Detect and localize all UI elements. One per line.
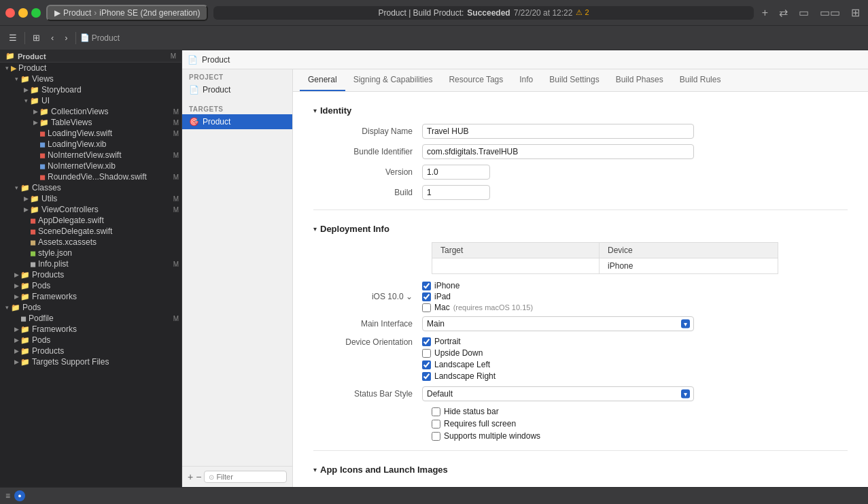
minimize-button[interactable] [18, 8, 28, 18]
project-item-product[interactable]: 📄 Product [182, 82, 292, 97]
build-input[interactable] [422, 185, 490, 200]
deployment-section-header[interactable]: ▾ Deployment Info [313, 224, 848, 234]
identity-section-header[interactable]: ▾ Identity [313, 105, 848, 116]
tree-item-pods-frameworks[interactable]: ▶ 📁 Frameworks [0, 324, 181, 335]
version-input[interactable] [422, 165, 490, 180]
tree-item-nointernetview-swift[interactable]: ◼ NoInternetView.swift M [0, 150, 181, 161]
iphone-check-row: iPhone [422, 281, 533, 290]
layout-2-button[interactable]: ▭▭ [817, 5, 843, 20]
portrait-checkbox[interactable] [422, 337, 431, 346]
maximize-button[interactable] [31, 8, 41, 18]
tree-item-info-plist[interactable]: ◼ Info.plist M [0, 258, 181, 269]
status-bar-select[interactable]: Default [422, 386, 694, 401]
filter-input[interactable] [216, 473, 282, 481]
folder-icon: 📁 [20, 282, 30, 290]
tree-item-product-root[interactable]: ▾ ▶ Product [0, 63, 181, 73]
grid-view-button[interactable]: ⊞ [29, 31, 44, 44]
layout-1-button[interactable]: ▭ [796, 5, 812, 20]
tab-signing[interactable]: Signing & Capabilities [345, 69, 441, 91]
supports-multiple-windows-checkbox[interactable] [432, 432, 440, 441]
tree-label: Frameworks [32, 324, 181, 334]
hide-status-bar-row: Hide status bar [432, 407, 848, 416]
app-icons-section-header[interactable]: ▾ App Icons and Launch Images [313, 465, 848, 475]
tree-item-pods-pods[interactable]: ▶ 📁 Pods [0, 335, 181, 346]
tree-item-roundedview-swift[interactable]: ◼ RoundedVie...Shadow.swift M [0, 171, 181, 182]
tab-general[interactable]: General [300, 69, 345, 91]
tree-item-style-json[interactable]: ◼ style.json [0, 248, 181, 258]
tree-item-storyboard[interactable]: ▶ 📁 Storyboard [0, 84, 181, 95]
tree-item-pods-group[interactable]: ▾ 📁 Pods [0, 302, 181, 313]
tree-item-classes[interactable]: ▾ 📁 Classes [0, 182, 181, 193]
close-button[interactable] [5, 8, 15, 18]
scheme-selector[interactable]: ▶ Product › iPhone SE (2nd generation) [46, 5, 208, 21]
main-interface-select[interactable]: Main [422, 316, 694, 331]
ipad-checkbox[interactable] [422, 292, 431, 301]
add-target-button[interactable]: + [188, 471, 193, 482]
layout-3-button[interactable]: ⊞ [848, 5, 863, 20]
landscape-left-checkbox[interactable] [422, 360, 431, 369]
tree-item-products[interactable]: ▶ 📁 Products [0, 269, 181, 280]
back-button[interactable]: ‹ [48, 31, 57, 44]
tree-item-utils[interactable]: ▶ 📁 Utils M [0, 193, 181, 204]
tree-item-views[interactable]: ▾ 📁 Views [0, 73, 181, 84]
display-name-row: Display Name [313, 124, 848, 139]
section-arrow-icon: ▾ [313, 466, 317, 473]
tree-item-nointernetview-xib[interactable]: ◼ NoInternetView.xib [0, 161, 181, 171]
mac-checkbox[interactable] [422, 303, 431, 312]
warning-badge[interactable]: ⚠ 2 [576, 8, 589, 17]
status-bar-style-label: Status Bar Style [313, 389, 422, 399]
forward-button[interactable]: › [61, 31, 71, 44]
target-item-product[interactable]: 🎯 Product [182, 114, 292, 129]
device-orientation-label: Device Orientation [313, 337, 422, 347]
toggle-sidebar-button[interactable]: ☰ [5, 31, 20, 44]
tree-label: Product [18, 63, 181, 73]
back-forward-button[interactable]: ⇄ [776, 5, 791, 20]
tree-item-pods[interactable]: ▶ 📁 Pods [0, 280, 181, 291]
tree-item-viewcontrollers[interactable]: ▶ 📁 ViewControllers M [0, 204, 181, 215]
tree-item-loadingview-swift[interactable]: ◼ LoadingView.swift M [0, 128, 181, 139]
bottom-toggle-button[interactable]: ≡ [5, 491, 10, 501]
swift-icon: ◼ [39, 129, 46, 138]
filter-box[interactable]: ⊙ [204, 471, 287, 483]
supports-multiple-windows-row: Supports multiple windows [432, 431, 848, 441]
remove-target-button[interactable]: − [196, 471, 201, 482]
tab-bar: General Signing & Capabilities Resource … [293, 69, 868, 92]
tree-label: CollectionViews [51, 107, 173, 116]
settings-panel: General Signing & Capabilities Resource … [293, 69, 868, 487]
tree-item-ui[interactable]: ▾ 📁 UI [0, 95, 181, 106]
tree-item-loadingview-xib[interactable]: ◼ LoadingView.xib [0, 139, 181, 150]
tree-item-podfile[interactable]: ◼ Podfile M [0, 313, 181, 324]
tree-item-pods-products[interactable]: ▶ 📁 Products [0, 346, 181, 356]
tab-build-phases[interactable]: Build Phases [608, 69, 672, 91]
tree-item-targets-support[interactable]: ▶ 📁 Targets Support Files [0, 356, 181, 367]
tree-label: AppDelegate.swift [38, 216, 181, 225]
display-name-input[interactable] [422, 124, 694, 139]
target-col-header: Target [432, 243, 600, 258]
bundle-id-input[interactable] [422, 144, 694, 159]
tab-build-settings[interactable]: Build Settings [541, 69, 607, 91]
tree-item-assets[interactable]: ◼ Assets.xcassets [0, 237, 181, 248]
device-name: iPhone SE (2nd generation) [99, 8, 200, 18]
landscape-right-checkbox[interactable] [422, 372, 431, 381]
upside-down-checkbox[interactable] [422, 349, 431, 358]
folder-icon: 📁 [11, 303, 20, 312]
ipad-check-row: iPad [422, 292, 533, 301]
tree-item-collectionviews[interactable]: ▶ 📁 CollectionViews M [0, 106, 181, 117]
arrow-icon: ▶ [12, 271, 20, 278]
hide-status-bar-checkbox[interactable] [432, 407, 440, 416]
tree-item-tableviews[interactable]: ▶ 📁 TableViews M [0, 117, 181, 128]
tab-info[interactable]: Info [511, 69, 541, 91]
build-row: Build [313, 185, 848, 200]
requires-full-screen-checkbox[interactable] [432, 420, 440, 429]
tree-item-appdelegate[interactable]: ◼ AppDelegate.swift [0, 215, 181, 226]
add-tab-button[interactable]: + [759, 5, 771, 20]
iphone-checkbox[interactable] [422, 282, 431, 290]
tree-item-scenedelegate[interactable]: ◼ SceneDelegate.swift [0, 226, 181, 237]
ios-stepper[interactable]: ⌄ [406, 292, 413, 301]
tree-item-frameworks[interactable]: ▶ 📁 Frameworks [0, 291, 181, 302]
arrow-icon: ▶ [31, 108, 39, 115]
tab-build-rules[interactable]: Build Rules [672, 69, 729, 91]
tree-label: style.json [38, 248, 181, 258]
portrait-check-row: Portrait [422, 337, 496, 346]
tab-resource-tags[interactable]: Resource Tags [440, 69, 511, 91]
